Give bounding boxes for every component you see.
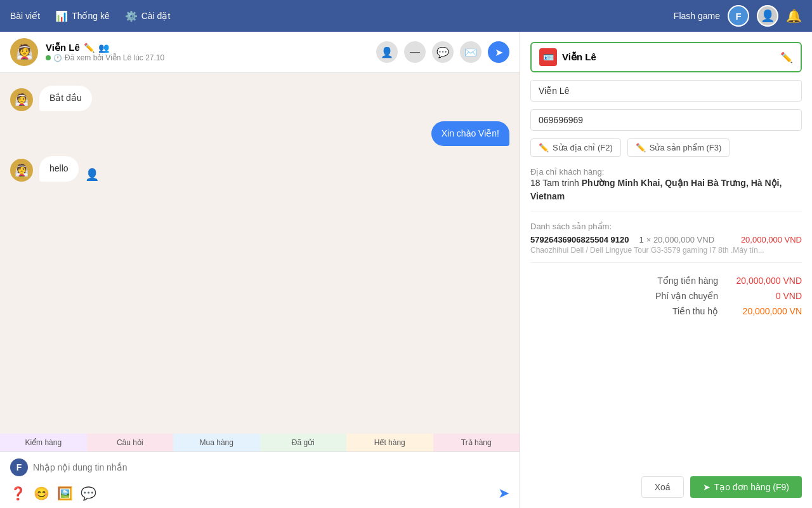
right-panel: 🪪 Viễn Lê ✏️ ✏️ Sửa địa chỉ (F2) ✏️ Sửa … <box>520 32 812 508</box>
sender-avatar: 👰 <box>10 159 33 182</box>
address-text: 18 Tam trinh Phường Minh Khai, Quận Hai … <box>530 177 802 203</box>
email-button[interactable]: ✉️ <box>460 41 481 63</box>
nav-cai-dat-label: Cài đặt <box>141 11 171 21</box>
chat-header: 👰 Viễn Lê ✏️ 👥 🕐 Đã xem bởi Viễn Lê lúc … <box>0 32 520 73</box>
message-row: 👰 Bắt đầu <box>10 86 509 111</box>
read-receipt: 👤 <box>85 168 99 182</box>
top-nav: Bài viết 📊 Thống kê ⚙️ Cài đặt Flash gam… <box>0 0 812 32</box>
input-area: F ❓ 😊 🖼️ 💬 ➤ <box>0 451 520 508</box>
total-hang-value: 20,000,000 VND <box>726 276 802 286</box>
send-action-button[interactable]: ➤ <box>488 41 509 63</box>
status-da-gui[interactable]: Đã gửi <box>260 434 347 451</box>
nav-thong-ke[interactable]: 📊 Thống kê <box>55 10 110 22</box>
mute-button[interactable]: — <box>404 41 426 63</box>
van-chuyen-value: 0 VND <box>726 291 802 301</box>
chat-contact-name: Viễn Lê <box>46 42 80 53</box>
chat-header-actions: 👤 — 💬 ✉️ ➤ <box>376 41 509 63</box>
totals-section: Tổng tiền hàng 20,000,000 VND Phí vận ch… <box>530 276 802 316</box>
status-mua-hang[interactable]: Mua hàng <box>173 434 260 451</box>
products-label: Danh sách sản phẩm: <box>530 222 802 231</box>
emoji-button[interactable]: 😊 <box>34 486 49 501</box>
id-card-icon: 🪪 <box>543 52 554 62</box>
user-group-icon: 👥 <box>98 43 109 53</box>
thu-ho-row: Tiền thu hộ 20,000,000 VN <box>530 306 802 316</box>
message-bubble: hello <box>39 156 79 182</box>
status-bar: Kiểm hàng Câu hỏi Mua hàng Đã gửi Hết hà… <box>0 434 520 451</box>
bottom-actions: Xoá ➤ Tạo đơn hàng (F9) <box>530 466 802 498</box>
nav-thong-ke-label: Thống kê <box>72 11 110 21</box>
user-avatar-initial[interactable]: F <box>728 5 749 27</box>
cancel-order-button[interactable]: Xoá <box>641 476 684 498</box>
edit-customer-icon[interactable]: ✏️ <box>780 51 793 64</box>
edit-address-button[interactable]: ✏️ Sửa địa chỉ (F2) <box>530 138 621 157</box>
customer-name-field[interactable] <box>530 80 802 102</box>
clock-icon: 🕐 <box>53 54 62 62</box>
edit-product-button[interactable]: ✏️ Sửa sản phẩm (F3) <box>627 138 730 157</box>
message-bubble: Xin chào Viễn! <box>431 121 509 147</box>
nav-right: Flash game F 👤 🔔 <box>674 5 802 27</box>
user-avatar-photo[interactable]: 👤 <box>757 5 778 27</box>
nav-bai-viet-label: Bài viết <box>10 11 40 21</box>
image-upload-button[interactable]: 🖼️ <box>57 486 73 501</box>
product-unit-price: × 20,000,000 VND <box>646 235 714 244</box>
van-chuyen-label: Phí vận chuyển <box>655 291 718 301</box>
create-order-button[interactable]: ➤ Tạo đơn hàng (F9) <box>690 476 802 498</box>
status-het-hang[interactable]: Hết hàng <box>346 434 433 451</box>
chat-icon-button[interactable]: 💬 <box>432 41 454 63</box>
edit-contact-icon[interactable]: ✏️ <box>84 43 95 53</box>
nav-left: Bài viết 📊 Thống kê ⚙️ Cài đặt <box>10 10 170 22</box>
van-chuyen-row: Phí vận chuyển 0 VND <box>530 291 802 301</box>
product-qty: 1 <box>639 235 643 244</box>
message-input[interactable] <box>33 462 509 472</box>
send-message-button[interactable]: ➤ <box>498 485 509 502</box>
message-input-row: F <box>0 452 520 483</box>
products-section: Danh sách sản phẩm: 57926436906825504 91… <box>530 219 802 255</box>
contact-card-button[interactable]: 👤 <box>376 41 398 63</box>
status-cau-hoi[interactable]: Câu hỏi <box>87 434 174 451</box>
flash-game-label: Flash game <box>674 11 720 21</box>
nav-bai-viet[interactable]: Bài viết <box>10 11 40 21</box>
status-tra-hang[interactable]: Trả hàng <box>433 434 520 451</box>
edit-buttons-row: ✏️ Sửa địa chỉ (F2) ✏️ Sửa sản phẩm (F3) <box>530 138 802 157</box>
chat-panel: 👰 Viễn Lê ✏️ 👥 🕐 Đã xem bởi Viễn Lê lúc … <box>0 32 520 508</box>
template-button[interactable]: 💬 <box>81 486 96 501</box>
help-icon-button[interactable]: ❓ <box>10 486 26 501</box>
nav-cai-dat[interactable]: ⚙️ Cài đặt <box>125 10 171 22</box>
message-bubble: Bắt đầu <box>39 86 92 111</box>
thu-ho-label: Tiền thu hộ <box>672 306 718 316</box>
chat-header-info: Viễn Lê ✏️ 👥 🕐 Đã xem bởi Viễn Lê lúc 27… <box>46 42 376 62</box>
create-order-icon: ➤ <box>703 482 710 492</box>
input-actions-bar: ❓ 😊 🖼️ 💬 ➤ <box>0 483 520 508</box>
messages-area: 👰 Bắt đầu Xin chào Viễn! 👰 hello 👤 <box>0 73 520 434</box>
online-status-dot <box>46 55 51 60</box>
customer-icon: 🪪 <box>539 48 557 66</box>
product-description: Chaozhihui Dell / Dell Lingyue Tour G3-3… <box>530 246 802 255</box>
gear-icon: ⚙️ <box>125 10 138 22</box>
customer-phone-field[interactable] <box>530 109 802 131</box>
sender-badge: F <box>10 458 28 476</box>
divider <box>530 262 802 263</box>
notification-bell-icon[interactable]: 🔔 <box>786 8 802 23</box>
product-row: 57926436906825504 9120 1 × 20,000,000 VN… <box>530 235 802 255</box>
edit-icon: ✏️ <box>539 143 549 152</box>
customer-header-name: Viễn Lê <box>562 51 775 63</box>
sender-avatar: 👰 <box>10 88 33 111</box>
main-container: 👰 Viễn Lê ✏️ 👥 🕐 Đã xem bởi Viễn Lê lúc … <box>0 32 812 508</box>
customer-header: 🪪 Viễn Lê ✏️ <box>530 42 802 72</box>
divider <box>530 211 802 211</box>
message-row: 👰 hello 👤 <box>10 156 509 182</box>
chat-contact-avatar: 👰 <box>10 38 38 66</box>
seen-by-text: Đã xem bởi Viễn Lê lúc 27.10 <box>65 53 164 62</box>
address-label: Địa chỉ khách hàng: <box>530 167 802 177</box>
status-kiem-hang[interactable]: Kiểm hàng <box>0 434 87 451</box>
address-section: Địa chỉ khách hàng: 18 Tam trinh Phường … <box>530 164 802 203</box>
edit-icon: ✏️ <box>636 143 646 152</box>
thu-ho-value: 20,000,000 VN <box>726 306 802 316</box>
bar-chart-icon: 📊 <box>55 10 68 22</box>
product-id: 57926436906825504 9120 <box>530 235 629 244</box>
product-total-price: 20,000,000 VND <box>741 235 802 244</box>
total-hang-label: Tổng tiền hàng <box>657 276 718 286</box>
total-hang-row: Tổng tiền hàng 20,000,000 VND <box>530 276 802 286</box>
message-row: Xin chào Viễn! <box>10 121 509 147</box>
